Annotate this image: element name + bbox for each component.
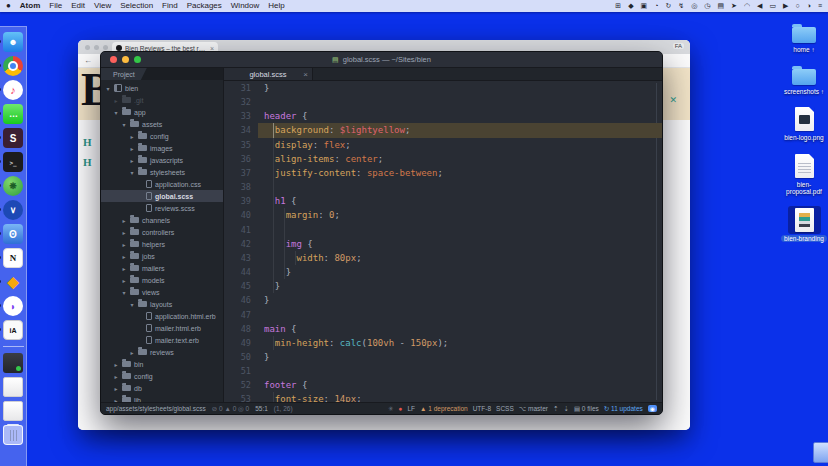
code-line-49[interactable]: 49min-height: calc(100vh - 150px); [224, 336, 662, 350]
tree-item-channels[interactable]: ▸channels [101, 214, 223, 226]
tree-item-mailer-html-erb[interactable]: mailer.html.erb [101, 322, 223, 334]
code-line-50[interactable]: 50} [224, 350, 662, 364]
code-line-35[interactable]: 35display: flex; [224, 138, 662, 152]
wifi-icon[interactable]: ◠ [744, 0, 750, 12]
tree-item-app[interactable]: ▾app [101, 106, 223, 118]
tree-item-application-html-erb[interactable]: application.html.erb [101, 310, 223, 322]
tree-item-mailers[interactable]: ▸mailers [101, 262, 223, 274]
toggle-icon[interactable]: ◑ [807, 0, 811, 12]
code-line-43[interactable]: 43width: 80px; [224, 251, 662, 265]
partial-link-text[interactable]: H [83, 156, 92, 168]
code-line-37[interactable]: 37justify-content: space-between; [224, 166, 662, 180]
status-right-5[interactable]: SCSS [496, 405, 514, 412]
keyboard-icon[interactable]: ▤ [717, 0, 724, 12]
tree-item-config[interactable]: ▸config [101, 130, 223, 142]
code-line-48[interactable]: 48main { [224, 322, 662, 336]
status-right-7[interactable]: ⇡ [553, 405, 558, 413]
minimized-dark-window-dock-icon[interactable] [3, 353, 23, 373]
code-line-41[interactable]: 41 [224, 223, 662, 237]
tree-item-models[interactable]: ▸models [101, 274, 223, 286]
cursor-icon[interactable]: ➤ [731, 0, 737, 12]
green-round-app-dock-icon[interactable]: ❋ [3, 176, 23, 196]
tree-item-global-scss[interactable]: global.scss [101, 190, 223, 202]
tree-item-assets[interactable]: ▾assets [101, 118, 223, 130]
minimize-button[interactable] [122, 56, 129, 63]
tree-item-lib[interactable]: ▸lib [101, 394, 223, 402]
chrome-dock-icon[interactable] [3, 56, 23, 76]
bien-proposal-file[interactable]: bien-proposal.pdf [781, 152, 827, 196]
status-right-2[interactable]: LF [407, 405, 415, 412]
menu-item-find[interactable]: Find [162, 0, 178, 12]
status-left-1[interactable]: ⊘ 0 ▲ 0 ◎ 0 [212, 405, 249, 413]
chrome-zoom-button[interactable] [103, 45, 108, 50]
blue-face-app-dock-icon[interactable]: ʘ [3, 224, 23, 244]
status-left-3[interactable]: (1, 26) [274, 405, 293, 412]
status-right-3[interactable]: ▲ 1 deprecation [420, 405, 468, 412]
menu-item-edit[interactable]: Edit [71, 0, 85, 12]
clock-icon[interactable]: ◷ [704, 0, 710, 12]
code-line-31[interactable]: 31} [224, 81, 662, 95]
tree-item-bin[interactable]: ▸bin [101, 358, 223, 370]
tree-item-bien[interactable]: ▾bien [101, 82, 223, 94]
project-tab[interactable]: Project [101, 68, 147, 80]
close-button[interactable] [110, 56, 117, 63]
status-right-4[interactable]: UTF-8 [473, 405, 491, 412]
status-left-0[interactable]: app/assets/stylesheets/global.scss [106, 405, 206, 412]
status-right-8[interactable]: ⇣ [563, 405, 568, 413]
profile-badge[interactable]: FA [673, 43, 684, 49]
minimized-document-1-dock-icon[interactable] [3, 377, 23, 397]
slack-dock-icon[interactable]: S [3, 128, 23, 148]
volume-icon[interactable]: ◀ [757, 0, 762, 12]
code-line-45[interactable]: 45} [224, 279, 662, 293]
status-right-1[interactable]: ● [399, 405, 403, 412]
code-line-42[interactable]: 42img { [224, 237, 662, 251]
tree-item-mailer-text-erb[interactable]: mailer.text.erb [101, 334, 223, 346]
tree-item-reviews-scss[interactable]: reviews.scss [101, 202, 223, 214]
status-right-10[interactable]: ↻ 11 updates [604, 405, 643, 413]
sync-icon[interactable]: ↻ [665, 0, 671, 12]
code-line-47[interactable]: 47 [224, 308, 662, 322]
code-line-36[interactable]: 36align-items: center; [224, 152, 662, 166]
bien-logo-file[interactable]: bien-logo.png [781, 105, 827, 142]
screenshots-folder[interactable]: screenshots ↑ [781, 64, 827, 96]
atom-title-bar[interactable]: ▤ global.scss — ~/Sites/bien [101, 52, 662, 68]
spotlight-search-icon[interactable]: ○ [795, 0, 799, 12]
tree-item-layouts[interactable]: ▾layouts [101, 298, 223, 310]
tree-item-views[interactable]: ▾views [101, 286, 223, 298]
zoom-button[interactable] [134, 56, 141, 63]
terminal-dock-icon[interactable]: >_ [3, 152, 23, 172]
code-line-38[interactable]: 38 [224, 180, 662, 194]
airplay-icon[interactable]: ▶ [783, 0, 788, 12]
sketch-dock-icon[interactable]: ◆ [3, 272, 23, 292]
bien-branding-file[interactable]: bien-branding [781, 206, 827, 243]
partial-link-text[interactable]: H [83, 136, 92, 148]
code-line-32[interactable]: 32 [224, 95, 662, 109]
tree-item-images[interactable]: ▸images [101, 142, 223, 154]
tree-item-application-css[interactable]: application.css [101, 178, 223, 190]
apple-logo-icon[interactable]: ● [6, 0, 11, 12]
menu-item-help[interactable]: Help [268, 0, 284, 12]
code-line-39[interactable]: 39h1 { [224, 194, 662, 208]
status-right-6[interactable]: ⌥ master [519, 405, 548, 413]
tab-close-icon[interactable]: × [303, 70, 308, 79]
menu-item-selection[interactable]: Selection [120, 0, 153, 12]
tree-item-reviews[interactable]: ▸reviews [101, 346, 223, 358]
code-line-40[interactable]: 40margin: 0; [224, 208, 662, 222]
partial-desktop-file-icon[interactable] [813, 442, 828, 463]
code-editor[interactable]: 31}3233header {34background: $lightyello… [224, 81, 662, 402]
music-dock-icon[interactable]: ♪ [3, 80, 23, 100]
minimized-document-2-dock-icon[interactable] [3, 401, 23, 421]
notion-dock-icon[interactable]: N [3, 248, 23, 268]
tree-item-stylesheets[interactable]: ▾stylesheets [101, 166, 223, 178]
tree-item-db[interactable]: ▸db [101, 382, 223, 394]
tree-item-jobs[interactable]: ▸jobs [101, 250, 223, 262]
code-line-52[interactable]: 52footer { [224, 378, 662, 392]
tree-item-controllers[interactable]: ▸controllers [101, 226, 223, 238]
atom-window[interactable]: ▤ global.scss — ~/Sites/bien Project ▾bi… [100, 51, 663, 415]
window-manager-icon[interactable]: ▣ [641, 0, 648, 12]
menu-item-window[interactable]: Window [231, 0, 259, 12]
status-right-11[interactable]: ◉ [648, 405, 657, 412]
status-right-9[interactable]: ▤ 0 files [574, 405, 599, 413]
code-line-46[interactable]: 46} [224, 293, 662, 307]
finder-dock-icon[interactable]: ☻ [3, 32, 23, 52]
